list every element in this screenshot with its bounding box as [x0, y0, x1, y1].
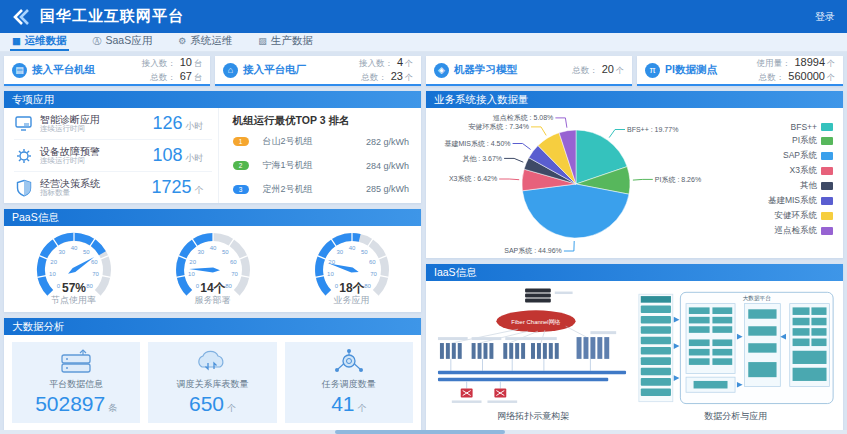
- main-content: ▤ 接入平台机组 接入数：10台 总数：67台 ⌂ 接入平台电厂 接入数：4个 …: [0, 52, 847, 434]
- svg-text:基建MIS系统 : 4.50%: 基建MIS系统 : 4.50%: [444, 140, 510, 148]
- nav-bar: ▦ 运维数据 Ⓐ SaaS应用 ⚙ 系统运维 ▨ 生产数据: [0, 33, 847, 52]
- panel-iaas: IaaS信息 Fiber Channel网络: [426, 264, 843, 430]
- kpi-unit: 个: [405, 58, 413, 70]
- svg-text:10: 10: [327, 271, 334, 277]
- app-sub: 连续运行时间: [40, 157, 100, 165]
- bigdata-card-tables: 调度关系库表数量 650个: [148, 342, 276, 423]
- svg-text:50: 50: [82, 249, 89, 255]
- legend-swatch: [821, 167, 833, 175]
- card-unit: 个: [227, 402, 236, 415]
- unit-value: 282 g/kWh: [366, 137, 409, 147]
- svg-text:80: 80: [225, 283, 232, 289]
- chart-icon: ▦: [12, 36, 21, 46]
- app-header: 国华工业互联网平台 登录: [0, 0, 847, 33]
- app-title: 国华工业互联网平台: [40, 7, 184, 26]
- app-value: 108: [153, 145, 183, 166]
- tab-ops-data[interactable]: ▦ 运维数据: [10, 33, 69, 51]
- panel-special-apps: 专项应用 智能诊断应用连续运行时间 126小时: [4, 91, 421, 203]
- svg-text:X3系统 : 6.42%: X3系统 : 6.42%: [449, 175, 497, 183]
- legend-item[interactable]: X3系统: [756, 165, 833, 177]
- tab-label: SaaS应用: [106, 34, 153, 48]
- kpi-label: 总数：: [759, 71, 785, 83]
- kpi-row: ▤ 接入平台机组 接入数：10台 总数：67台 ⌂ 接入平台电厂 接入数：4个 …: [4, 56, 843, 86]
- tab-label: 系统运维: [190, 34, 232, 48]
- kpi-card-plants: ⌂ 接入平台电厂 接入数：4个 总数：23个: [215, 56, 421, 86]
- tab-production-data[interactable]: ▨ 生产数据: [256, 33, 315, 51]
- login-button[interactable]: 登录: [815, 10, 835, 24]
- gauge-chart: 0102030405060708014个: [150, 226, 276, 298]
- gear-icon: ⚙: [178, 36, 186, 46]
- cloud-sync-icon: [192, 349, 232, 375]
- legend-label: 巡点检系统: [775, 225, 818, 237]
- tab-system-ops[interactable]: ⚙ 系统运维: [176, 33, 234, 51]
- legend-item[interactable]: SAP系统: [756, 150, 833, 162]
- brand-logo-icon: [12, 7, 32, 27]
- shield-icon: [14, 179, 34, 197]
- legend-item[interactable]: 安健环系统: [756, 210, 833, 222]
- topology-svg: Fiber Channel网络: [434, 285, 632, 409]
- pie-legend: BFS++PI系统SAP系统X3系统其他基建MIS系统安健环系统巡点检系统: [756, 108, 843, 258]
- gauge-service-deploy: 0102030405060708014个 服务部署: [143, 226, 282, 312]
- svg-text:14个: 14个: [200, 281, 225, 295]
- legend-label: 基建MIS系统: [768, 195, 817, 207]
- card-label: 任务调度数量: [322, 378, 376, 391]
- tab-saas-apps[interactable]: Ⓐ SaaS应用: [91, 33, 155, 51]
- svg-text:57%: 57%: [61, 281, 85, 295]
- legend-label: SAP系统: [783, 150, 817, 162]
- svg-text:60: 60: [90, 259, 97, 265]
- legend-item[interactable]: BFS++: [756, 122, 833, 132]
- legend-item[interactable]: 基建MIS系统: [756, 195, 833, 207]
- horizontal-scrollbar[interactable]: [0, 430, 847, 434]
- kpi-value: 10: [180, 56, 192, 68]
- right-column: 业务系统接入数据量 BFS++ : 19.77%PI系统 : 8.26%SAP系…: [426, 91, 843, 430]
- kpi-title: PI数据测点: [665, 63, 717, 77]
- monitor-icon: [14, 115, 34, 133]
- network-topology-diagram: Fiber Channel网络: [432, 285, 635, 426]
- horizontal-scrollbar-thumb[interactable]: [335, 430, 505, 434]
- svg-text:10: 10: [49, 271, 56, 277]
- table-row: 3 定州2号机组 285 g/kWh: [233, 177, 409, 201]
- storage-icon: [56, 349, 96, 375]
- svg-text:80: 80: [86, 283, 93, 289]
- fiber-channel-label: Fiber Channel网络: [512, 319, 561, 326]
- bigdata-card-task-schedule: 任务调度数量 41个: [285, 342, 413, 423]
- legend-label: X3系统: [790, 165, 817, 177]
- svg-text:80: 80: [364, 283, 371, 289]
- pie-chart: BFS++ : 19.77%PI系统 : 8.26%SAP系统 : 44.96%…: [426, 108, 756, 258]
- svg-text:30: 30: [336, 249, 343, 255]
- gauge-node-usage: 0102030405060708057% 节点使用率: [4, 226, 143, 312]
- list-item: 设备故障预警连续运行时间 108小时: [14, 140, 212, 172]
- bigdata-card-platform-data: 平台数据信息 502897条: [12, 342, 140, 423]
- app-sub: 连续运行时间: [40, 125, 100, 133]
- legend-item[interactable]: 其他: [756, 180, 833, 192]
- list-item: 智能诊断应用连续运行时间 126小时: [14, 108, 212, 140]
- special-app-list: 智能诊断应用连续运行时间 126小时: [4, 108, 218, 203]
- legend-swatch: [821, 197, 833, 205]
- kpi-unit: 个: [827, 72, 835, 84]
- kpi-label: 总数：: [572, 64, 598, 76]
- kpi-card-units: ▤ 接入平台机组 接入数：10台 总数：67台: [4, 56, 210, 86]
- unit-name: 台山2号机组: [263, 135, 313, 148]
- svg-text:0: 0: [334, 283, 338, 289]
- kpi-title: 接入平台机组: [32, 63, 95, 77]
- kpi-title: 接入平台电厂: [243, 63, 306, 77]
- svg-text:18个: 18个: [339, 281, 364, 295]
- card-value: 502897: [35, 392, 105, 416]
- kpi-unit: 台: [194, 72, 202, 84]
- legend-label: BFS++: [791, 122, 817, 132]
- legend-item[interactable]: PI系统: [756, 135, 833, 147]
- svg-text:SAP系统 : 44.96%: SAP系统 : 44.96%: [504, 247, 562, 255]
- svg-text:20: 20: [189, 259, 196, 265]
- kpi-value: 67: [180, 70, 192, 82]
- kpi-unit: 个: [405, 72, 413, 84]
- card-label: 调度关系库表数量: [176, 378, 248, 391]
- kpi-value: 4: [397, 56, 403, 68]
- production-icon: ▨: [258, 36, 267, 46]
- kpi-values: 使用量：18994个 总数：560000个: [756, 56, 835, 84]
- table-row: 1 台山2号机组 282 g/kWh: [233, 130, 409, 154]
- app-sub: 指标数量: [40, 189, 100, 197]
- svg-text:30: 30: [197, 249, 204, 255]
- legend-item[interactable]: 巡点检系统: [756, 225, 833, 237]
- network-icon: [329, 349, 369, 375]
- gauge-label: 业务应用: [334, 294, 370, 307]
